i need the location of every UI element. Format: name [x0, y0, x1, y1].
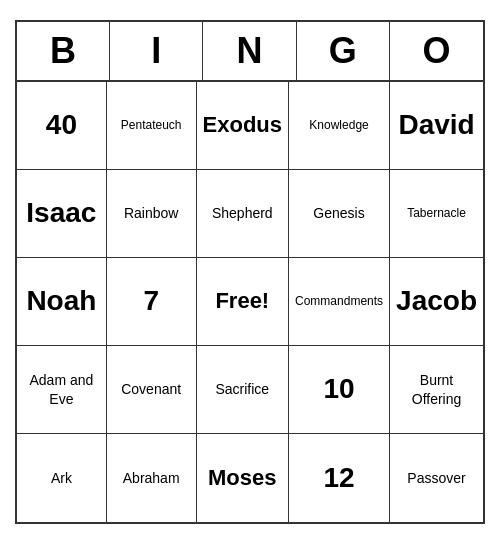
- cell-text-14: Jacob: [396, 283, 477, 319]
- bingo-cell-20: Ark: [17, 434, 107, 522]
- bingo-cell-10: Noah: [17, 258, 107, 346]
- bingo-cell-18: 10: [289, 346, 390, 434]
- bingo-cell-2: Exodus: [197, 82, 289, 170]
- header-letter-b: B: [17, 22, 110, 80]
- cell-text-22: Moses: [208, 464, 276, 493]
- bingo-header: BINGO: [17, 22, 483, 82]
- cell-text-21: Abraham: [123, 469, 180, 487]
- cell-text-15: Adam and Eve: [23, 371, 100, 407]
- cell-text-16: Covenant: [121, 380, 181, 398]
- bingo-cell-21: Abraham: [107, 434, 197, 522]
- bingo-cell-14: Jacob: [390, 258, 483, 346]
- bingo-cell-8: Genesis: [289, 170, 390, 258]
- bingo-cell-22: Moses: [197, 434, 289, 522]
- cell-text-10: Noah: [26, 283, 96, 319]
- bingo-card: BINGO 40PentateuchExodusKnowledgeDavidIs…: [15, 20, 485, 524]
- cell-text-7: Shepherd: [212, 204, 273, 222]
- bingo-cell-13: Commandments: [289, 258, 390, 346]
- bingo-cell-9: Tabernacle: [390, 170, 483, 258]
- cell-text-19: Burnt Offering: [396, 371, 477, 407]
- bingo-cell-4: David: [390, 82, 483, 170]
- cell-text-0: 40: [46, 107, 77, 143]
- cell-text-13: Commandments: [295, 294, 383, 310]
- cell-text-4: David: [398, 107, 474, 143]
- bingo-cell-0: 40: [17, 82, 107, 170]
- bingo-cell-3: Knowledge: [289, 82, 390, 170]
- cell-text-9: Tabernacle: [407, 206, 466, 222]
- bingo-cell-11: 7: [107, 258, 197, 346]
- bingo-grid: 40PentateuchExodusKnowledgeDavidIsaacRai…: [17, 82, 483, 522]
- header-letter-g: G: [297, 22, 390, 80]
- bingo-cell-15: Adam and Eve: [17, 346, 107, 434]
- bingo-cell-7: Shepherd: [197, 170, 289, 258]
- bingo-cell-24: Passover: [390, 434, 483, 522]
- bingo-cell-1: Pentateuch: [107, 82, 197, 170]
- bingo-cell-12: Free!: [197, 258, 289, 346]
- cell-text-11: 7: [143, 283, 159, 319]
- bingo-cell-6: Rainbow: [107, 170, 197, 258]
- bingo-cell-5: Isaac: [17, 170, 107, 258]
- cell-text-12: Free!: [215, 287, 269, 316]
- bingo-cell-16: Covenant: [107, 346, 197, 434]
- cell-text-17: Sacrifice: [215, 380, 269, 398]
- header-letter-i: I: [110, 22, 203, 80]
- bingo-cell-23: 12: [289, 434, 390, 522]
- header-letter-n: N: [203, 22, 296, 80]
- cell-text-24: Passover: [407, 469, 465, 487]
- cell-text-23: 12: [323, 460, 354, 496]
- cell-text-18: 10: [323, 371, 354, 407]
- cell-text-2: Exodus: [203, 111, 282, 140]
- header-letter-o: O: [390, 22, 483, 80]
- cell-text-20: Ark: [51, 469, 72, 487]
- cell-text-1: Pentateuch: [121, 118, 182, 134]
- bingo-cell-19: Burnt Offering: [390, 346, 483, 434]
- cell-text-5: Isaac: [26, 195, 96, 231]
- cell-text-6: Rainbow: [124, 204, 178, 222]
- bingo-cell-17: Sacrifice: [197, 346, 289, 434]
- cell-text-8: Genesis: [313, 204, 364, 222]
- cell-text-3: Knowledge: [309, 118, 368, 134]
